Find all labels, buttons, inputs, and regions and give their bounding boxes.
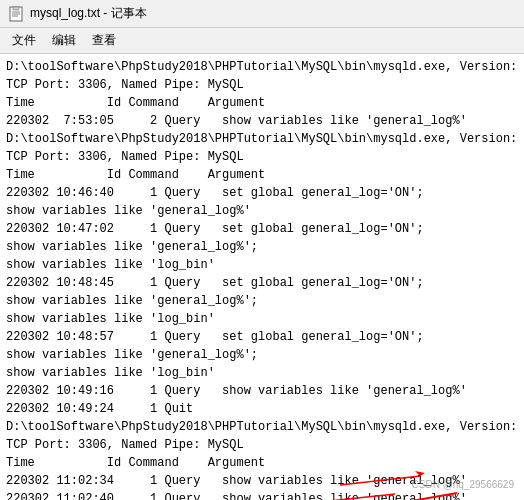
text-line: 220302 7:53:05 2 Query show variables li… [6, 112, 518, 130]
text-line: 220302 10:49:24 1 Quit [6, 400, 518, 418]
text-line: 220302 10:46:40 1 Query set global gener… [6, 184, 518, 202]
text-line: show variables like 'log_bin' [6, 364, 518, 382]
text-line: Time Id Command Argument [6, 94, 518, 112]
text-line: 220302 10:48:45 1 Query set global gener… [6, 274, 518, 292]
text-line: 220302 10:47:02 1 Query set global gener… [6, 220, 518, 238]
menu-bar: 文件 编辑 查看 [0, 28, 524, 54]
menu-edit[interactable]: 编辑 [44, 30, 84, 51]
text-content[interactable]: D:\toolSoftware\PhpStudy2018\PHPTutorial… [0, 54, 524, 500]
text-line: Time Id Command Argument [6, 166, 518, 184]
text-line: TCP Port: 3306, Named Pipe: MySQL [6, 436, 518, 454]
text-line: TCP Port: 3306, Named Pipe: MySQL [6, 76, 518, 94]
svg-rect-1 [13, 7, 19, 10]
title-bar: mysql_log.txt - 记事本 [0, 0, 524, 28]
text-line: 220302 10:48:57 1 Query set global gener… [6, 328, 518, 346]
text-line: 220302 11:02:40 1 Query show variables l… [6, 490, 518, 500]
text-line: 220302 10:49:16 1 Query show variables l… [6, 382, 518, 400]
text-line: show variables like 'log_bin' [6, 256, 518, 274]
text-line: D:\toolSoftware\PhpStudy2018\PHPTutorial… [6, 58, 518, 76]
text-line: D:\toolSoftware\PhpStudy2018\PHPTutorial… [6, 418, 518, 436]
menu-view[interactable]: 查看 [84, 30, 124, 51]
text-line: Time Id Command Argument [6, 454, 518, 472]
text-line: show variables like 'general_log%'; [6, 292, 518, 310]
watermark: CSDN @nq_29566629 [412, 479, 514, 490]
text-line: TCP Port: 3306, Named Pipe: MySQL [6, 148, 518, 166]
text-line: show variables like 'general_log%'; [6, 346, 518, 364]
text-line: show variables like 'log_bin' [6, 310, 518, 328]
notepad-icon [8, 6, 24, 22]
text-line: show variables like 'general_log%'; [6, 238, 518, 256]
menu-file[interactable]: 文件 [4, 30, 44, 51]
text-line: D:\toolSoftware\PhpStudy2018\PHPTutorial… [6, 130, 518, 148]
window-title: mysql_log.txt - 记事本 [30, 5, 147, 22]
text-line: show variables like 'general_log%' [6, 202, 518, 220]
